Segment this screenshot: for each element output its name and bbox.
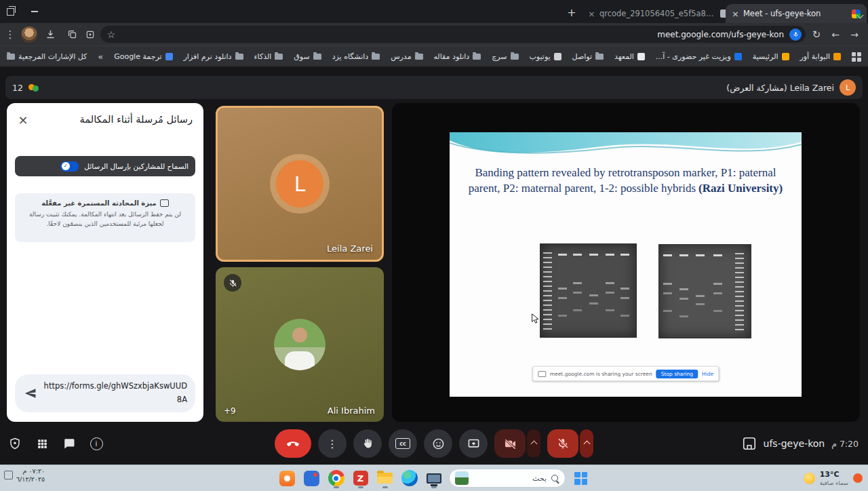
taskbar-app-blue[interactable] [302,468,321,488]
end-call-button[interactable] [275,429,311,458]
bookmark-item[interactable]: المعهد [614,52,645,61]
tab-meet[interactable]: × Meet - ufs-geye-kon [726,4,867,23]
downloads-button[interactable] [42,23,58,45]
tab-title: qrcode_291056405_e5f5a8bcb... [599,9,716,18]
edge-icon [401,470,418,486]
folder-icon [415,54,423,60]
chat-button[interactable] [62,437,76,450]
new-tab-button[interactable]: + [564,5,579,20]
window-controls [5,0,39,23]
mic-permission-icon[interactable] [789,28,802,41]
taskbar-app-orange[interactable] [278,468,296,488]
raise-hand-button[interactable] [353,429,382,458]
overflow-count-badge[interactable]: +9 [224,406,236,416]
video-tile-leila[interactable]: L Leila Zarei [216,106,384,262]
chat-input-bar: https://forms.gle/ghWSzxbjaKswUUD8A [15,374,195,412]
url-text[interactable]: meet.google.com/ufs-geye-kon [118,30,789,39]
bookmark-item[interactable]: دانشگاه یزد [332,52,380,61]
camera-options-chevron[interactable] [527,429,540,458]
phone-down-icon [285,436,300,451]
bookmark-item[interactable]: البوابة أور [800,52,841,61]
extension-button[interactable] [64,23,80,45]
taskbar-edge[interactable] [400,468,418,488]
taskbar-display-app[interactable] [425,468,443,488]
bookmark-item[interactable]: سوق [294,52,321,61]
present-screen-button[interactable] [459,429,488,458]
presenter-avatar[interactable]: L [840,79,856,96]
captions-button[interactable]: cc [389,429,417,458]
taskbar-corner-badge[interactable] [853,473,863,483]
weather-sun-icon [804,473,815,484]
bookmarks-overflow-button[interactable]: « [98,52,103,62]
bookmark-item[interactable]: یوتیوب [529,52,561,61]
forward-button[interactable]: ← [827,23,844,45]
allow-messages-row: السماح للمشاركين بإرسال الرسائل [15,156,195,176]
bookmark-item[interactable]: ویزیت غیر حضوری - آ... [656,52,742,61]
window-minimize-button[interactable] [30,7,39,16]
chat-message-input[interactable]: https://forms.gle/ghWSzxbjaKswUUD8A [43,380,187,406]
taskbar-chrome[interactable] [327,468,345,488]
start-button[interactable] [572,468,590,488]
folder-icon [313,54,321,60]
close-tab-icon[interactable]: × [732,9,739,19]
bookmark-item[interactable]: سرچ [492,52,518,61]
weather-desc: سماء صافية [820,479,848,486]
camera-off-button[interactable] [494,429,526,458]
presentation-area[interactable]: Banding pattern revealed by retrotranspo… [392,103,860,422]
participant-name: Leila Zarei [327,243,373,254]
participants-count[interactable]: 12 [12,83,23,93]
taskbar-search[interactable]: بحث [449,469,566,488]
presenter-label: Leila Zarei (مشاركة العرض) [726,83,834,93]
extension-button[interactable] [83,23,98,45]
mouse-cursor [531,313,540,324]
tab-qrcode[interactable]: × qrcode_291056405_e5f5a8bcb... [582,4,734,23]
meeting-code: ufs-geye-kon [764,438,825,449]
browser-menu-button[interactable]: ⋮ [3,23,18,45]
bookmark-item[interactable]: تواصل [572,52,604,61]
all-bookmarks-button[interactable]: كل الإشارات المرجعية [7,52,87,61]
activities-button[interactable] [35,437,49,450]
stop-sharing-button[interactable]: Stop sharing [656,370,698,378]
folder-icon [275,54,283,60]
more-options-button[interactable]: ⋮ [318,429,347,458]
notification-icon[interactable] [4,471,13,479]
taskbar-z-app[interactable]: Z [351,468,370,488]
bookmark-item[interactable]: الرئيسية [753,52,789,61]
taskbar-weather-widget[interactable]: 13°C سماء صافية [804,465,863,491]
bookmark-label: دانلود نرم افزار [184,52,232,61]
taskbar-time: ٠٧:٢٠ م [16,467,45,475]
hide-toast-link[interactable]: Hide [702,371,713,377]
profile-avatar[interactable] [20,23,38,45]
bookmark-item[interactable]: دانلود نرم افزار [184,52,243,61]
bookmark-item[interactable]: الذكاء [254,52,283,61]
shared-slide: Banding pattern revealed by retrotranspo… [450,132,802,397]
allow-messages-toggle[interactable] [60,161,79,172]
bookmark-star-icon[interactable]: ☆ [104,29,118,40]
mic-options-chevron[interactable] [580,429,593,458]
favicon-icon [782,53,789,60]
bookmark-item[interactable]: دانلود مقاله [433,52,481,61]
window-restore-button[interactable] [5,7,15,16]
chevron-down-icon[interactable] [858,7,863,20]
close-panel-button[interactable]: × [15,111,31,127]
favicon-icon [637,53,645,60]
mic-off-button[interactable] [547,429,578,458]
meeting-details-button[interactable]: i [90,437,103,450]
bookmark-item[interactable]: ترجمة Google [114,52,172,61]
slide-title: Banding pattern revealed by retrotranspo… [450,165,802,197]
browser-tab-strip: + × qrcode_291056405_e5f5a8bcb... × Meet… [0,0,868,23]
send-message-button[interactable] [23,386,38,401]
taskbar-file-explorer[interactable] [376,468,394,488]
chat-history-icon [160,199,169,207]
bookmark-item[interactable]: مدرس [391,52,422,61]
apps-grid-icon[interactable] [852,52,861,62]
screen-icon [538,371,546,377]
host-controls-button[interactable] [8,437,22,450]
video-tile-ali[interactable]: +9 Ali Ibrahim [216,267,384,422]
reload-button[interactable]: ↻ [808,23,825,45]
taskbar-clock-area[interactable]: ٠٧:٢٠ م ٦/١٢/٢٠٢٥ [4,467,45,484]
close-tab-icon[interactable]: × [588,9,595,19]
address-bar[interactable]: ☆ meet.google.com/ufs-geye-kon [100,26,806,43]
reactions-button[interactable] [424,429,452,458]
back-button[interactable]: → [846,23,863,45]
